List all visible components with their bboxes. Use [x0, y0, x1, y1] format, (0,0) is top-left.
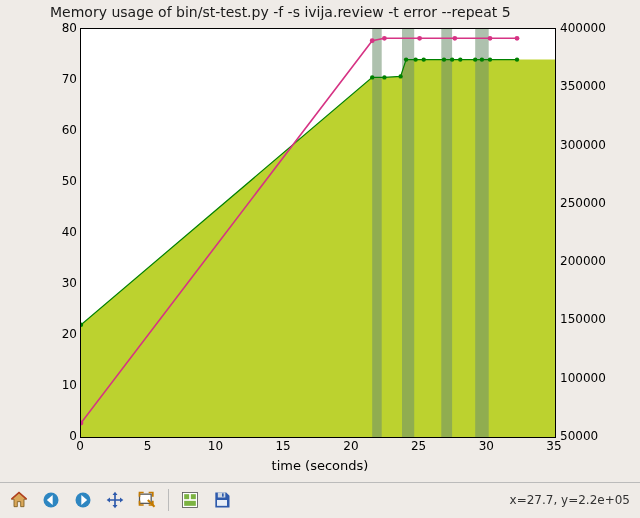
move-icon	[105, 490, 125, 510]
toolbar-separator	[168, 489, 169, 511]
shaded-band	[372, 29, 382, 437]
ytick-left: 20	[17, 328, 77, 340]
chart-title: Memory usage of bin/st-test.py -f -s ivi…	[50, 4, 511, 20]
svg-point-7	[422, 57, 426, 61]
svg-rect-27	[191, 494, 196, 499]
svg-point-11	[473, 57, 477, 61]
svg-point-14	[515, 57, 519, 61]
home-icon	[9, 490, 29, 510]
xtick: 30	[466, 440, 506, 452]
xtick: 20	[331, 440, 371, 452]
shaded-band	[475, 29, 489, 437]
svg-point-21	[515, 36, 520, 41]
svg-point-20	[488, 36, 493, 41]
back-button[interactable]	[38, 487, 64, 513]
svg-rect-29	[218, 493, 226, 498]
shaded-band	[441, 29, 452, 437]
svg-point-3	[382, 75, 386, 79]
save-button[interactable]	[209, 487, 235, 513]
ytick-right: 150000	[560, 313, 630, 325]
xtick: 35	[534, 440, 574, 452]
ytick-left: 40	[17, 226, 77, 238]
ytick-right: 200000	[560, 255, 630, 267]
xtick: 15	[263, 440, 303, 452]
svg-point-2	[370, 75, 374, 79]
ytick-left: 80	[17, 22, 77, 34]
cursor-readout: x=27.7, y=2.2e+05	[510, 493, 634, 507]
ytick-left: 30	[17, 277, 77, 289]
svg-point-16	[370, 38, 375, 43]
xtick: 0	[60, 440, 100, 452]
svg-point-12	[480, 57, 484, 61]
xtick: 5	[128, 440, 168, 452]
svg-point-5	[404, 57, 408, 61]
svg-point-6	[413, 57, 417, 61]
ytick-right: 400000	[560, 22, 630, 34]
axes[interactable]	[80, 28, 556, 438]
arrow-left-icon	[41, 490, 61, 510]
figure-canvas[interactable]: Memory usage of bin/st-test.py -f -s ivi…	[0, 0, 640, 482]
allocated-objects-markers	[81, 36, 519, 426]
svg-point-9	[450, 57, 454, 61]
pan-button[interactable]	[102, 487, 128, 513]
matplotlib-toolbar: x=27.7, y=2.2e+05	[0, 482, 640, 517]
svg-point-17	[382, 36, 387, 41]
svg-point-13	[488, 57, 492, 61]
svg-rect-31	[217, 500, 227, 506]
zoom-button[interactable]	[134, 487, 160, 513]
zoom-rect-icon	[137, 490, 157, 510]
ytick-right: 250000	[560, 197, 630, 209]
configure-subplots-button[interactable]	[177, 487, 203, 513]
home-button[interactable]	[6, 487, 32, 513]
svg-point-10	[458, 57, 462, 61]
ytick-left: 10	[17, 379, 77, 391]
ytick-right: 350000	[560, 80, 630, 92]
x-axis-label: time (seconds)	[272, 458, 369, 473]
shaded-band	[402, 29, 414, 437]
svg-rect-26	[184, 494, 189, 499]
xtick: 25	[399, 440, 439, 452]
ytick-left: 70	[17, 73, 77, 85]
ytick-left: 50	[17, 175, 77, 187]
subplots-icon	[180, 490, 200, 510]
svg-rect-28	[184, 501, 196, 506]
memory-usage-markers	[81, 57, 519, 327]
svg-point-8	[442, 57, 446, 61]
ytick-right: 300000	[560, 139, 630, 151]
forward-button[interactable]	[70, 487, 96, 513]
ytick-left: 60	[17, 124, 77, 136]
svg-point-19	[452, 36, 457, 41]
svg-rect-30	[222, 493, 224, 496]
ytick-right: 100000	[560, 372, 630, 384]
xtick: 10	[195, 440, 235, 452]
arrow-right-icon	[73, 490, 93, 510]
floppy-disk-icon	[212, 490, 232, 510]
svg-point-4	[398, 74, 402, 78]
svg-point-18	[417, 36, 422, 41]
